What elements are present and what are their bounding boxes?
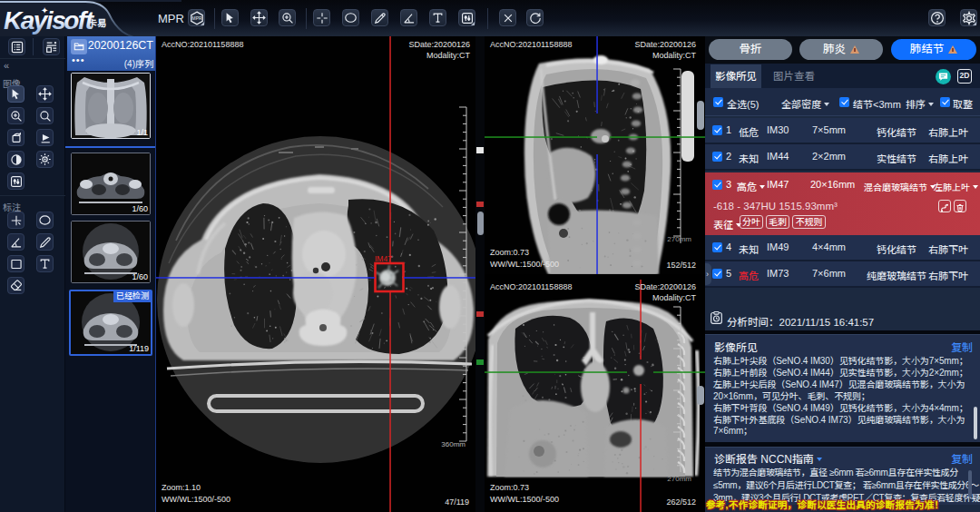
svg-text:MPR: MPR (191, 16, 201, 21)
svg-text:270mm: 270mm (667, 235, 691, 243)
svg-text:360mm: 360mm (441, 440, 466, 448)
svg-text:卡易: 卡易 (88, 15, 106, 29)
svg-text:✦: ✦ (41, 5, 48, 15)
svg-text:IM47: IM47 (375, 254, 392, 263)
svg-text:Kayisoft: Kayisoft (4, 6, 95, 34)
svg-text:270mm: 270mm (667, 475, 691, 483)
